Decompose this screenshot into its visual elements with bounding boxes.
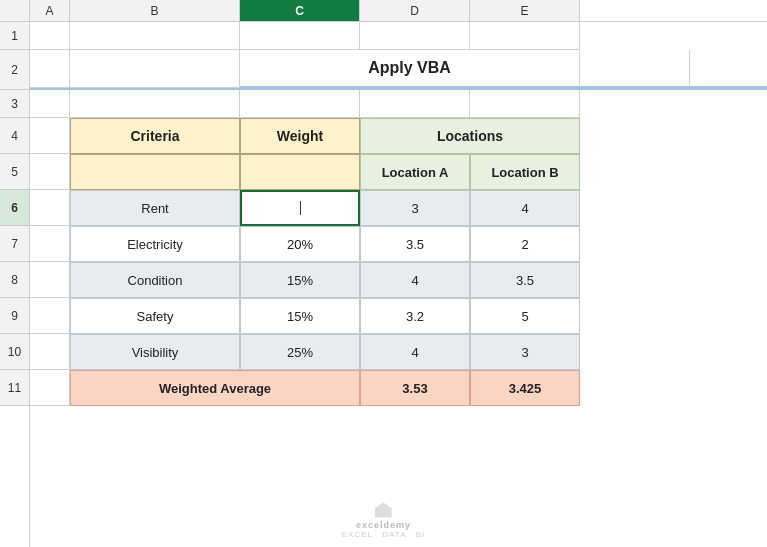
col-header-d[interactable]: D: [360, 0, 470, 21]
sheet-body: 1 2 3 4 5 6 7 8 9 10 11: [0, 22, 767, 547]
row-2: Apply VBA: [30, 50, 767, 90]
row-num-11[interactable]: 11: [0, 370, 29, 406]
cell-d6[interactable]: 3: [360, 190, 470, 226]
row-7: Electricity 20% 3.5 2: [30, 226, 767, 262]
row-1: [30, 22, 767, 50]
cell-c9[interactable]: 15%: [240, 298, 360, 334]
cell-b9[interactable]: Safety: [70, 298, 240, 334]
row-11: Weighted Average 3.53 3.425: [30, 370, 767, 406]
cell-a2[interactable]: [30, 50, 70, 88]
row-5: Location A Location B: [30, 154, 767, 190]
cell-bc11-weighted[interactable]: Weighted Average: [70, 370, 360, 406]
row-num-6[interactable]: 6: [0, 190, 29, 226]
cell-d5[interactable]: Location A: [360, 154, 470, 190]
col-header-c[interactable]: C: [240, 0, 360, 21]
cell-b4[interactable]: Criteria: [70, 118, 240, 154]
row-num-9[interactable]: 9: [0, 298, 29, 334]
cell-a10[interactable]: [30, 334, 70, 370]
cell-de4-locations[interactable]: Locations: [360, 118, 580, 154]
cell-b2[interactable]: [70, 50, 240, 88]
cell-a1[interactable]: [30, 22, 70, 50]
cell-a5[interactable]: [30, 154, 70, 190]
row-num-10[interactable]: 10: [0, 334, 29, 370]
cell-d9[interactable]: 3.2: [360, 298, 470, 334]
row-numbers: 1 2 3 4 5 6 7 8 9 10 11: [0, 22, 30, 547]
row-num-4[interactable]: 4: [0, 118, 29, 154]
row-num-5[interactable]: 5: [0, 154, 29, 190]
cell-b7[interactable]: Electricity: [70, 226, 240, 262]
cell-c1[interactable]: [240, 22, 360, 50]
cell-c2[interactable]: Apply VBA: [240, 50, 580, 88]
cell-e9[interactable]: 5: [470, 298, 580, 334]
exceldemy-logo: [373, 500, 393, 518]
cell-c6[interactable]: [240, 190, 360, 226]
cell-b8[interactable]: Condition: [70, 262, 240, 298]
col-header-e[interactable]: E: [470, 0, 580, 21]
grid: Apply VBA Criteria Weight Locations: [30, 22, 767, 547]
cell-e8[interactable]: 3.5: [470, 262, 580, 298]
cell-d7[interactable]: 3.5: [360, 226, 470, 262]
row-num-2[interactable]: 2: [0, 50, 29, 90]
cell-d11[interactable]: 3.53: [360, 370, 470, 406]
cell-c5[interactable]: [240, 154, 360, 190]
watermark-brand: exceldemy: [356, 520, 411, 530]
cell-e1[interactable]: [470, 22, 580, 50]
cell-a4[interactable]: [30, 118, 70, 154]
cell-c10[interactable]: 25%: [240, 334, 360, 370]
cell-d10[interactable]: 4: [360, 334, 470, 370]
column-headers: A B C D E: [0, 0, 767, 22]
cell-d1[interactable]: [360, 22, 470, 50]
spreadsheet: A B C D E 1 2 3 4 5 6 7 8 9 10 11: [0, 0, 767, 547]
cell-a8[interactable]: [30, 262, 70, 298]
row-9: Safety 15% 3.2 5: [30, 298, 767, 334]
cell-a9[interactable]: [30, 298, 70, 334]
cell-a3[interactable]: [30, 90, 70, 118]
cell-e2[interactable]: [690, 50, 767, 88]
svg-marker-1: [377, 502, 390, 507]
cursor: [300, 201, 301, 215]
cell-b10[interactable]: Visibility: [70, 334, 240, 370]
cell-c4[interactable]: Weight: [240, 118, 360, 154]
cell-e11[interactable]: 3.425: [470, 370, 580, 406]
cell-e3[interactable]: [470, 90, 580, 118]
row-10: Visibility 25% 4 3: [30, 334, 767, 370]
cell-a7[interactable]: [30, 226, 70, 262]
cell-a6[interactable]: [30, 190, 70, 226]
cell-d2[interactable]: [580, 50, 690, 88]
cell-e6[interactable]: 4: [470, 190, 580, 226]
watermark: exceldemy EXCEL · DATA · BI: [342, 500, 426, 539]
cell-b5[interactable]: [70, 154, 240, 190]
cell-b3[interactable]: [70, 90, 240, 118]
cell-d3[interactable]: [360, 90, 470, 118]
cell-b1[interactable]: [70, 22, 240, 50]
cell-a11[interactable]: [30, 370, 70, 406]
cell-d8[interactable]: 4: [360, 262, 470, 298]
cell-c7[interactable]: 20%: [240, 226, 360, 262]
row-num-7[interactable]: 7: [0, 226, 29, 262]
cell-e7[interactable]: 2: [470, 226, 580, 262]
row-num-8[interactable]: 8: [0, 262, 29, 298]
col-header-a[interactable]: A: [30, 0, 70, 21]
corner-cell: [0, 0, 30, 21]
col-header-b[interactable]: B: [70, 0, 240, 21]
cell-e10[interactable]: 3: [470, 334, 580, 370]
row-num-1[interactable]: 1: [0, 22, 29, 50]
cell-c3[interactable]: [240, 90, 360, 118]
row-num-3[interactable]: 3: [0, 90, 29, 118]
cell-c8[interactable]: 15%: [240, 262, 360, 298]
row-8: Condition 15% 4 3.5: [30, 262, 767, 298]
row-3: [30, 90, 767, 118]
cell-b6[interactable]: Rent: [70, 190, 240, 226]
svg-rect-0: [375, 507, 392, 517]
cell-e5[interactable]: Location B: [470, 154, 580, 190]
row-6: Rent 3 4: [30, 190, 767, 226]
row-4: Criteria Weight Locations: [30, 118, 767, 154]
watermark-tagline: EXCEL · DATA · BI: [342, 530, 426, 539]
